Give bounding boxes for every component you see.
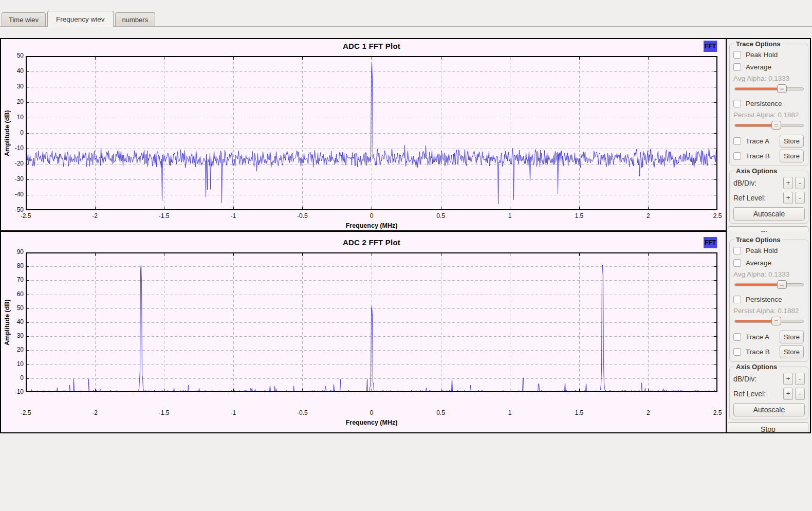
y-tick-label: 30: [1, 83, 24, 90]
slider-fill: [735, 320, 777, 322]
trace-a-row: Trace A Store: [733, 134, 805, 149]
autoscale-button[interactable]: Autoscale: [733, 403, 805, 416]
db-div-row: dB/Div: + -: [733, 175, 805, 190]
y-tick-label: -40: [1, 191, 24, 198]
y-tick-label: -20: [1, 160, 24, 167]
store-b-button[interactable]: Store: [780, 150, 804, 162]
autoscale-button[interactable]: Autoscale: [733, 207, 805, 221]
tab-frequency-view[interactable]: Frequency wiev: [47, 11, 114, 27]
persistence-checkbox[interactable]: [733, 296, 741, 303]
x-tick-label: 2.5: [713, 409, 722, 416]
trace-b-row: Trace B Store: [733, 344, 805, 359]
x-tick-label: 0.5: [436, 212, 445, 220]
ref-level-minus-button[interactable]: -: [795, 388, 805, 400]
ref-level-label: Ref Level:: [733, 390, 781, 398]
slider-handle[interactable]: [771, 317, 781, 325]
peak-hold-row: Peak Hold: [733, 244, 805, 257]
tab-bar-divider: [0, 26, 812, 27]
control-panel-2: Trace Options Peak Hold Average Avg Alph…: [727, 232, 810, 432]
average-checkbox[interactable]: [733, 259, 741, 267]
plot-title-1: ADC 1 FFT Plot: [26, 42, 717, 50]
ref-level-label: Ref Level:: [733, 194, 781, 202]
ref-level-plus-button[interactable]: +: [783, 388, 793, 400]
y-tick-label: 70: [1, 276, 24, 283]
trace-b-checkbox[interactable]: [733, 348, 741, 356]
peak-hold-row: Peak Hold: [733, 48, 805, 61]
db-div-label: dB/Div:: [733, 179, 781, 187]
fft-plot-canvas-2: [26, 252, 717, 392]
trace-b-checkbox[interactable]: [733, 152, 741, 160]
db-div-plus-button[interactable]: +: [783, 177, 793, 189]
avg-alpha-slider[interactable]: [734, 84, 804, 94]
fft-type-badge: FFT: [704, 237, 717, 248]
db-div-label: dB/Div:: [733, 375, 781, 383]
fft-type-badge: FFT: [704, 41, 717, 52]
peak-hold-checkbox[interactable]: [733, 247, 741, 254]
x-tick-label: 1.5: [575, 409, 583, 416]
persistence-row: Persistence: [733, 293, 805, 305]
y-tick-label: 40: [1, 318, 24, 325]
average-checkbox[interactable]: [733, 63, 741, 71]
trace-a-label: Trace A: [746, 137, 769, 145]
main-content-frame: ADC 1 FFT Plot FFT Amplitude (dB) Freque…: [0, 38, 811, 433]
slider-handle[interactable]: [777, 84, 787, 93]
y-tick-label: -10: [1, 388, 24, 395]
trace-a-checkbox[interactable]: [733, 333, 741, 341]
x-axis-label: Frequency (MHz): [26, 222, 717, 229]
y-tick-label: -50: [1, 206, 24, 213]
slider-handle[interactable]: [777, 280, 787, 289]
y-tick-label: 0: [1, 129, 24, 136]
tab-time-view[interactable]: Time wiev: [2, 12, 46, 26]
trace-a-checkbox[interactable]: [733, 137, 741, 145]
store-a-button[interactable]: Store: [780, 135, 804, 148]
stop-button-2[interactable]: Stop: [728, 422, 808, 432]
persistence-checkbox[interactable]: [733, 100, 741, 107]
x-tick-label: -1.5: [159, 409, 170, 416]
x-tick-label: -2.5: [21, 212, 31, 220]
x-tick-label: -1: [230, 212, 236, 220]
trace-options-group: Trace Options Peak Hold Average Avg Alph…: [729, 40, 808, 166]
persistence-row: Persistence: [733, 97, 805, 110]
slider-fill: [735, 124, 777, 126]
ref-level-row: Ref Level: + -: [733, 386, 805, 401]
ref-level-plus-button[interactable]: +: [783, 192, 793, 204]
y-tick-label: 80: [1, 262, 24, 269]
x-tick-label: 2: [647, 212, 650, 220]
store-a-button[interactable]: Store: [780, 331, 804, 343]
y-tick-label: 0: [1, 374, 24, 381]
plot-title-2: ADC 2 FFT Plot: [26, 238, 717, 247]
x-tick-label: -2: [92, 212, 98, 220]
tab-bar: Time wiev Frequency wiev numbers: [2, 10, 157, 26]
x-tick-label: -2: [92, 409, 98, 416]
slider-fill: [735, 284, 782, 286]
db-div-minus-button[interactable]: -: [795, 177, 805, 189]
persist-alpha-slider[interactable]: [734, 317, 804, 326]
slider-handle[interactable]: [771, 121, 781, 130]
store-b-button[interactable]: Store: [780, 345, 804, 358]
y-tick-label: -30: [1, 175, 24, 182]
x-axis-label: Frequency (MHz): [26, 419, 717, 426]
x-tick-label: 0: [370, 409, 374, 416]
y-tick-label: 10: [1, 114, 24, 121]
average-label: Average: [746, 63, 771, 71]
x-tick-label: -2.5: [21, 409, 31, 416]
average-label: Average: [746, 259, 771, 267]
axis-options-title: Axis Options: [734, 167, 779, 175]
y-tick-label: 10: [1, 360, 24, 368]
slider-track: [734, 320, 804, 323]
db-div-minus-button[interactable]: -: [795, 373, 805, 385]
avg-alpha-slider[interactable]: [734, 280, 804, 289]
avg-alpha-value: Avg Alpha: 0.1333: [733, 73, 805, 84]
y-tick-label: 20: [1, 98, 24, 105]
ref-level-minus-button[interactable]: -: [795, 192, 805, 204]
y-tick-label: 60: [1, 290, 24, 298]
persist-alpha-slider[interactable]: [734, 121, 804, 130]
x-tick-label: -0.5: [297, 409, 308, 416]
slider-track: [734, 87, 804, 90]
db-div-plus-button[interactable]: +: [783, 373, 793, 385]
stop-button-1[interactable]: Stop: [728, 226, 808, 232]
persistence-label: Persistence: [746, 100, 782, 107]
peak-hold-checkbox[interactable]: [733, 51, 741, 59]
fft-plot-section-2: ADC 2 FFT Plot FFT Amplitude (dB) Freque…: [1, 232, 727, 432]
tab-numbers[interactable]: numbers: [115, 12, 156, 26]
